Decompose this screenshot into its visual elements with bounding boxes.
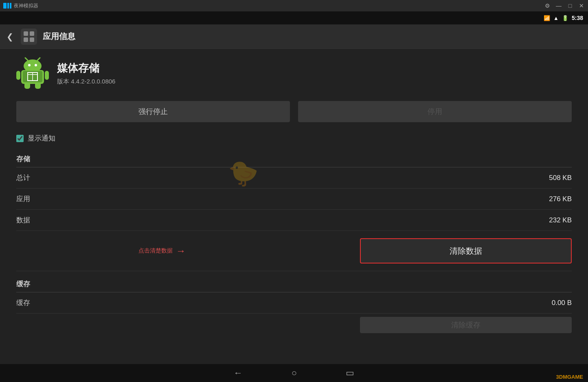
page-title: 应用信息 [43,31,75,42]
bottom-nav: ← ○ ▭ 3DMGAME [0,364,588,382]
titlebar-text: 夜神模拟器 [14,2,38,9]
svg-rect-6 [30,37,34,42]
svg-point-8 [24,59,42,72]
status-bar: 📶 ▲ 🔋 5:38 [0,11,588,24]
data-storage-row: 数据 232 KB [16,210,572,231]
cache-label: 缓存 [16,298,30,307]
svg-point-10 [35,64,37,66]
app-name: 媒体存储 [57,61,115,75]
svg-rect-15 [24,82,30,89]
svg-line-11 [25,58,28,60]
battery-icon: 🔋 [562,15,568,21]
disable-button[interactable]: 停用 [298,101,572,122]
cache-section-title: 缓存 [16,279,572,292]
app-logo [3,3,11,9]
force-stop-button[interactable]: 强行停止 [16,101,290,122]
app-storage-row: 应用 276 KB [16,189,572,210]
clear-data-row: 点击清楚数据 → 清除数据 [16,231,572,271]
wifi-icon: 📶 [544,15,550,21]
storage-section: 存储 总计 508 KB 应用 276 KB 数据 232 KB 点击清楚数据 … [16,154,572,271]
status-time: 5:38 [572,15,583,21]
data-label: 数据 [16,215,30,225]
svg-rect-2 [10,3,11,9]
total-value: 508 KB [549,174,572,182]
cache-value: 0.00 B [552,299,572,307]
minimize-button[interactable]: — [555,2,562,9]
back-nav-button[interactable]: ← [234,368,243,378]
notification-checkbox-row: 显示通知 [16,134,572,143]
svg-rect-13 [16,71,20,80]
settings-button[interactable]: ⚙ [544,2,551,9]
svg-rect-1 [7,3,9,9]
app-version: 版本 4.4.2-2.0.0.0806 [57,78,115,86]
arrow-icon: → [176,245,186,257]
app-info-row: 媒体存储 版本 4.4.2-2.0.0.0806 [16,57,572,90]
svg-rect-4 [30,31,34,36]
clear-cache-button[interactable]: 清除缓存 [360,317,572,333]
svg-rect-14 [45,71,49,80]
data-value: 232 KB [549,216,572,224]
action-buttons-row: 强行停止 停用 [16,101,572,122]
storage-section-title: 存储 [16,154,572,167]
svg-rect-16 [35,82,41,89]
cache-data-row: 缓存 0.00 B [16,292,572,314]
svg-rect-3 [24,31,28,36]
click-hint-text: 点击清楚数据 [138,247,173,255]
watermark: 3DMGAME [556,374,583,380]
click-hint: 点击清楚数据 → [138,245,186,257]
android-icon [16,57,49,90]
cache-section: 缓存 缓存 0.00 B 清除缓存 [16,279,572,333]
app-header: ❮ 应用信息 [0,24,588,49]
total-row: 总计 508 KB [16,167,572,189]
close-button[interactable]: ✕ [578,2,585,9]
app-label: 应用 [16,194,30,204]
svg-line-12 [37,58,40,60]
clear-data-button[interactable]: 清除数据 [360,238,572,263]
show-notification-checkbox[interactable] [16,135,24,142]
main-content: 媒体存储 版本 4.4.2-2.0.0.0806 强行停止 停用 显示通知 存储… [0,49,588,382]
svg-rect-5 [24,37,28,42]
maximize-button[interactable]: □ [567,2,573,9]
svg-rect-0 [3,3,7,9]
show-notification-label[interactable]: 显示通知 [28,134,55,143]
app-icon-box [21,29,37,45]
svg-point-9 [28,64,31,66]
duck-watermark: 🐤 [228,159,259,188]
app-value: 276 KB [549,195,572,203]
app-text-info: 媒体存储 版本 4.4.2-2.0.0.0806 [57,61,115,86]
home-nav-button[interactable]: ○ [292,368,297,378]
recents-nav-button[interactable]: ▭ [346,368,354,378]
total-label: 总计 [16,173,30,182]
signal-icon: ▲ [553,15,559,21]
title-bar: 夜神模拟器 ⚙ — □ ✕ [0,0,588,11]
back-button[interactable]: ❮ [7,32,13,42]
